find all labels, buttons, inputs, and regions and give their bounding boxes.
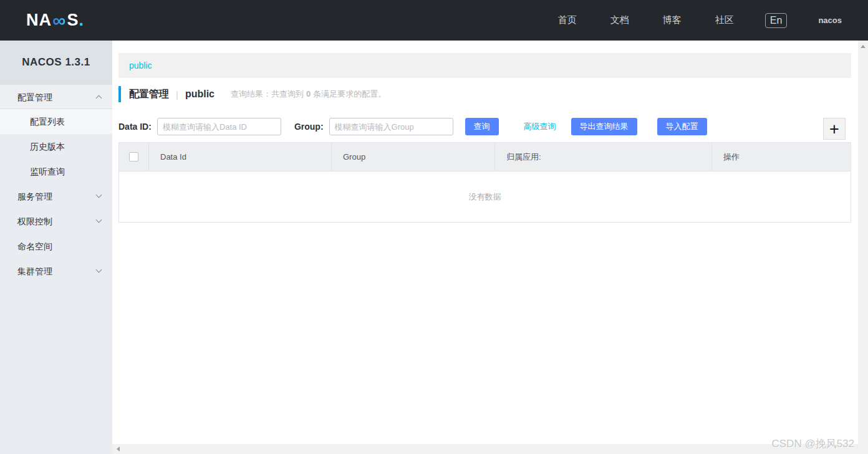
sidebar-version-title: NACOS 1.3.1: [0, 41, 112, 84]
sidebar-item-label: 服务管理: [17, 191, 52, 201]
data-id-input[interactable]: [157, 118, 281, 135]
nav-home-link[interactable]: 首页: [558, 14, 577, 26]
query-result-prefix: 查询结果：共查询到: [231, 89, 304, 99]
nacos-logo[interactable]: NA∞S.: [26, 11, 84, 30]
nav-community-link[interactable]: 社区: [715, 14, 734, 26]
scroll-left-icon[interactable]: [117, 447, 120, 452]
sidebar-item-config-management[interactable]: 配置管理: [0, 84, 112, 109]
title-separator: |: [176, 89, 178, 100]
select-all-checkbox[interactable]: [129, 152, 138, 162]
chevron-up-icon: [96, 95, 102, 102]
sidebar-item-label: 配置管理: [17, 92, 52, 102]
query-result-count: 0: [306, 89, 311, 99]
namespace-tab-bar: public: [118, 53, 851, 78]
sidebar-item-service-management[interactable]: 服务管理: [0, 184, 112, 209]
language-toggle-button[interactable]: En: [765, 13, 788, 28]
logo-infinity-icon: ∞: [52, 11, 67, 30]
table-header-data-id: Data Id: [148, 143, 331, 171]
table-header-checkbox-cell: [119, 143, 148, 171]
data-id-label: Data ID:: [118, 122, 152, 132]
vertical-scrollbar[interactable]: [858, 41, 868, 454]
nav-blog-link[interactable]: 博客: [663, 14, 682, 26]
sidebar-menu: 配置管理 配置列表 历史版本 监听查询 服务管理 权限控制 命名空间 集群管理: [0, 84, 112, 284]
sidebar-item-label: 历史版本: [30, 142, 65, 152]
namespace-tab-public[interactable]: public: [129, 60, 152, 70]
horizontal-scrollbar[interactable]: [112, 444, 858, 454]
query-result-text: 查询结果：共查询到0条满足要求的配置。: [231, 89, 386, 100]
sidebar: NACOS 1.3.1 配置管理 配置列表 历史版本 监听查询 服务管理 权限控…: [0, 41, 112, 454]
table-header-operations: 操作: [711, 143, 851, 171]
group-label: Group:: [294, 122, 324, 132]
export-results-button[interactable]: 导出查询结果: [571, 118, 637, 135]
sidebar-item-permission-control[interactable]: 权限控制: [0, 209, 112, 234]
sidebar-item-history-versions[interactable]: 历史版本: [0, 134, 112, 159]
table-header-application: 归属应用:: [494, 143, 711, 171]
advanced-query-link[interactable]: 高级查询: [524, 121, 556, 132]
add-config-button[interactable]: +: [823, 118, 846, 140]
top-bar: NA∞S. 首页 文档 博客 社区 En nacos: [0, 0, 868, 41]
sidebar-item-namespace[interactable]: 命名空间: [0, 234, 112, 259]
query-button[interactable]: 查询: [465, 118, 499, 135]
sidebar-item-config-list[interactable]: 配置列表: [0, 109, 112, 134]
logo-text-s: S: [67, 11, 79, 30]
query-form: Data ID: Group: 查询 高级查询 导出查询结果 导入配置: [118, 115, 851, 138]
sidebar-item-listener-query[interactable]: 监听查询: [0, 159, 112, 184]
current-namespace-name: public: [185, 89, 215, 100]
sidebar-item-label: 权限控制: [17, 216, 52, 226]
top-nav: 首页 文档 博客 社区 En nacos: [524, 13, 842, 28]
sidebar-item-label: 监听查询: [30, 167, 65, 176]
title-accent-bar: [118, 86, 121, 102]
logo-dot: .: [79, 11, 84, 30]
page-title-row: 配置管理 | public 查询结果：共查询到0条满足要求的配置。: [118, 85, 851, 104]
table-empty-state: 没有数据: [118, 171, 851, 223]
import-config-button[interactable]: 导入配置: [657, 118, 707, 135]
config-table: Data Id Group 归属应用: 操作 没有数据: [118, 142, 851, 223]
table-header-group: Group: [331, 143, 494, 171]
logo-text-na: NA: [26, 11, 52, 30]
username-menu[interactable]: nacos: [818, 16, 842, 25]
query-result-suffix: 条满足要求的配置。: [313, 89, 386, 99]
page-title: 配置管理: [129, 88, 169, 101]
sidebar-item-label: 命名空间: [17, 241, 52, 251]
table-header-row: Data Id Group 归属应用: 操作: [118, 142, 851, 171]
empty-state-text: 没有数据: [469, 191, 501, 203]
chevron-down-icon: [96, 267, 102, 273]
sidebar-item-cluster-management[interactable]: 集群管理: [0, 259, 112, 284]
chevron-down-icon: [96, 192, 102, 198]
group-input[interactable]: [329, 118, 453, 135]
scroll-up-icon[interactable]: [861, 45, 866, 48]
sidebar-item-label: 集群管理: [17, 266, 52, 276]
nav-docs-link[interactable]: 文档: [610, 14, 629, 26]
sidebar-item-label: 配置列表: [30, 117, 65, 127]
chevron-down-icon: [96, 217, 102, 223]
